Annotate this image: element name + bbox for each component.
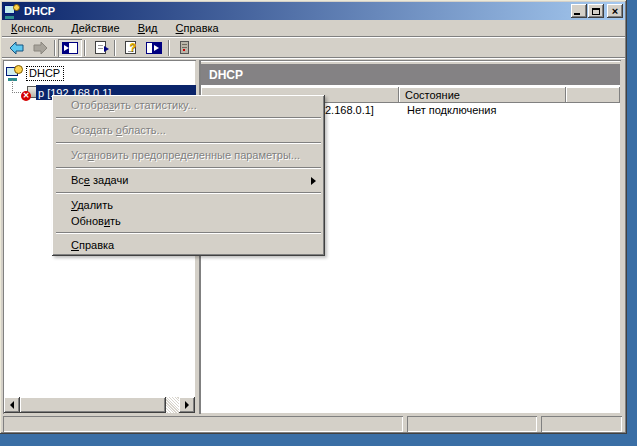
back-button[interactable] <box>4 39 28 57</box>
menu-help[interactable]: Справка <box>167 20 228 36</box>
tree-root-label: DHCP <box>26 66 64 81</box>
status-panel <box>3 416 403 432</box>
toolbar-separator <box>168 40 170 56</box>
tree-horizontal-scrollbar[interactable] <box>4 397 195 413</box>
scroll-right-button[interactable] <box>179 397 195 413</box>
status-panel <box>407 416 537 432</box>
minimize-button[interactable] <box>571 4 587 18</box>
menu-view[interactable]: Вид <box>129 20 167 36</box>
results-banner: DHCP <box>201 62 620 85</box>
help-icon: ? <box>125 41 136 54</box>
toolbar: ? <box>2 38 625 58</box>
menu-separator <box>56 142 321 144</box>
submenu-arrow-icon <box>311 177 316 185</box>
forward-button[interactable] <box>28 39 52 57</box>
server-error-icon: ✕ <box>21 86 37 101</box>
menu-item-all-tasks[interactable]: Все задачи <box>54 172 323 189</box>
scrollbar-track[interactable] <box>166 397 179 413</box>
toolbar-separator <box>84 40 86 56</box>
scrollbar-thumb[interactable] <box>20 397 166 413</box>
desktop-background: DHCP × Консоль Действие Вид Справка <box>0 0 637 446</box>
menu-action[interactable]: Действие <box>62 20 128 36</box>
window-title: DHCP <box>24 5 570 17</box>
export-list-icon <box>95 41 106 54</box>
context-menu: Отобразить статистику... Создать область… <box>52 95 325 256</box>
close-icon: × <box>612 5 618 17</box>
maximize-icon <box>592 8 600 15</box>
toolbar-separator <box>114 40 116 56</box>
server-icon <box>180 41 189 54</box>
forward-icon <box>32 40 49 56</box>
tree-connector <box>12 92 21 93</box>
menu-bar: Консоль Действие Вид Справка <box>2 20 625 37</box>
scroll-right-icon <box>185 401 189 409</box>
show-hide-console-tree-button[interactable] <box>58 39 82 57</box>
results-banner-title: DHCP <box>209 68 243 82</box>
tree-item-dhcp-root[interactable]: DHCP <box>6 65 64 81</box>
menu-item-help[interactable]: Справка <box>54 237 323 254</box>
cell-status: Нет подключения <box>399 104 566 119</box>
show-hide-console-tree-icon <box>62 42 78 54</box>
minimize-icon <box>574 13 580 15</box>
column-header-extra[interactable] <box>566 87 620 103</box>
menu-item-set-predefined-options[interactable]: Установить предопределенные параметры... <box>54 147 323 164</box>
menu-item-refresh[interactable]: Обновить <box>54 213 323 229</box>
server-tool-button[interactable] <box>172 39 196 57</box>
title-bar[interactable]: DHCP × <box>2 2 625 20</box>
dhcp-root-icon <box>6 65 23 81</box>
maximize-button[interactable] <box>588 4 604 18</box>
back-icon <box>8 40 25 56</box>
menu-separator <box>56 192 321 194</box>
dhcp-app-icon <box>4 4 20 19</box>
status-panel <box>541 416 622 432</box>
show-taskpad-icon <box>146 42 162 54</box>
menu-separator <box>56 167 321 169</box>
scroll-left-icon <box>10 401 14 409</box>
menu-console[interactable]: Консоль <box>2 20 62 36</box>
column-header-status[interactable]: Состояние <box>399 87 566 103</box>
status-bar <box>3 416 622 432</box>
menu-item-display-statistics[interactable]: Отобразить статистику... <box>54 97 323 114</box>
menu-separator <box>56 117 321 119</box>
show-taskpad-button[interactable] <box>142 39 166 57</box>
menu-item-create-scope[interactable]: Создать область... <box>54 122 323 139</box>
help-button[interactable]: ? <box>118 39 142 57</box>
toolbar-separator <box>54 40 56 56</box>
menu-separator <box>56 232 321 234</box>
dhcp-console-window: DHCP × Консоль Действие Вид Справка <box>0 0 627 434</box>
menu-item-delete[interactable]: Удалить <box>54 197 323 213</box>
scroll-left-button[interactable] <box>4 397 20 413</box>
close-button[interactable]: × <box>607 4 623 18</box>
export-list-button[interactable] <box>88 39 112 57</box>
